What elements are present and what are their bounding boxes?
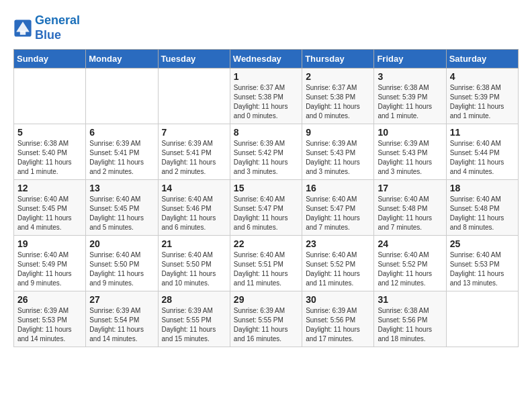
logo-line1: General (35, 13, 80, 27)
day-number: 13 (89, 183, 154, 193)
calendar-cell: 13Sunrise: 6:40 AM Sunset: 5:45 PM Dayli… (86, 180, 158, 236)
calendar-week-4: 19Sunrise: 6:40 AM Sunset: 5:49 PM Dayli… (14, 236, 519, 291)
day-info: Sunrise: 6:37 AM Sunset: 5:38 PM Dayligh… (306, 83, 370, 121)
day-number: 21 (162, 238, 226, 249)
day-number: 31 (378, 294, 442, 305)
day-number: 11 (450, 127, 515, 138)
calendar-cell: 29Sunrise: 6:39 AM Sunset: 5:55 PM Dayli… (230, 291, 302, 347)
day-info: Sunrise: 6:40 AM Sunset: 5:50 PM Dayligh… (162, 250, 226, 288)
day-number: 9 (306, 127, 370, 138)
calendar-cell: 11Sunrise: 6:40 AM Sunset: 5:44 PM Dayli… (446, 124, 518, 180)
day-number: 23 (306, 238, 370, 249)
weekday-header-friday: Friday (374, 50, 446, 68)
weekday-header-monday: Monday (86, 50, 158, 68)
calendar-table: SundayMondayTuesdayWednesdayThursdayFrid… (13, 49, 519, 347)
day-number: 1 (234, 71, 298, 82)
day-number: 4 (450, 71, 515, 82)
calendar-cell: 31Sunrise: 6:38 AM Sunset: 5:56 PM Dayli… (374, 291, 446, 347)
logo: General Blue (13, 13, 80, 42)
day-info: Sunrise: 6:39 AM Sunset: 5:54 PM Dayligh… (89, 306, 154, 344)
calendar-cell: 25Sunrise: 6:40 AM Sunset: 5:53 PM Dayli… (446, 236, 518, 291)
calendar-cell: 3Sunrise: 6:38 AM Sunset: 5:39 PM Daylig… (374, 68, 446, 124)
day-info: Sunrise: 6:40 AM Sunset: 5:50 PM Dayligh… (89, 250, 154, 288)
page-header: General Blue (13, 13, 519, 42)
day-info: Sunrise: 6:39 AM Sunset: 5:42 PM Dayligh… (234, 139, 298, 177)
calendar-cell (158, 68, 230, 124)
day-info: Sunrise: 6:40 AM Sunset: 5:45 PM Dayligh… (89, 195, 154, 232)
day-number: 3 (378, 71, 442, 82)
day-number: 16 (306, 183, 370, 193)
day-number: 28 (162, 294, 226, 305)
calendar-cell: 4Sunrise: 6:38 AM Sunset: 5:39 PM Daylig… (446, 68, 518, 124)
day-number: 19 (17, 238, 82, 249)
day-number: 27 (89, 294, 154, 305)
day-number: 17 (378, 183, 442, 193)
weekday-row: SundayMondayTuesdayWednesdayThursdayFrid… (14, 50, 519, 68)
calendar-cell: 27Sunrise: 6:39 AM Sunset: 5:54 PM Dayli… (86, 291, 158, 347)
calendar-cell: 8Sunrise: 6:39 AM Sunset: 5:42 PM Daylig… (230, 124, 302, 180)
day-number: 5 (17, 127, 82, 138)
calendar-cell: 24Sunrise: 6:40 AM Sunset: 5:52 PM Dayli… (374, 236, 446, 291)
weekday-header-wednesday: Wednesday (230, 50, 302, 68)
calendar-cell (14, 68, 86, 124)
day-info: Sunrise: 6:40 AM Sunset: 5:52 PM Dayligh… (306, 250, 370, 288)
day-info: Sunrise: 6:39 AM Sunset: 5:41 PM Dayligh… (89, 139, 154, 177)
calendar-body: 1Sunrise: 6:37 AM Sunset: 5:38 PM Daylig… (14, 68, 519, 347)
calendar-cell: 23Sunrise: 6:40 AM Sunset: 5:52 PM Dayli… (302, 236, 374, 291)
day-info: Sunrise: 6:40 AM Sunset: 5:48 PM Dayligh… (450, 195, 515, 232)
day-info: Sunrise: 6:38 AM Sunset: 5:39 PM Dayligh… (378, 83, 442, 121)
calendar-cell: 21Sunrise: 6:40 AM Sunset: 5:50 PM Dayli… (158, 236, 230, 291)
day-info: Sunrise: 6:40 AM Sunset: 5:48 PM Dayligh… (378, 195, 442, 232)
calendar-week-1: 1Sunrise: 6:37 AM Sunset: 5:38 PM Daylig… (14, 68, 519, 124)
day-number: 30 (306, 294, 370, 305)
logo-line2: Blue (35, 28, 61, 42)
day-number: 14 (162, 183, 226, 193)
day-number: 12 (17, 183, 82, 193)
weekday-header-saturday: Saturday (446, 50, 518, 68)
calendar-week-3: 12Sunrise: 6:40 AM Sunset: 5:45 PM Dayli… (14, 180, 519, 236)
day-info: Sunrise: 6:37 AM Sunset: 5:38 PM Dayligh… (234, 83, 298, 121)
day-info: Sunrise: 6:38 AM Sunset: 5:39 PM Dayligh… (450, 83, 515, 121)
day-info: Sunrise: 6:40 AM Sunset: 5:44 PM Dayligh… (450, 139, 515, 177)
svg-rect-2 (20, 31, 26, 35)
calendar-cell: 20Sunrise: 6:40 AM Sunset: 5:50 PM Dayli… (86, 236, 158, 291)
day-info: Sunrise: 6:40 AM Sunset: 5:52 PM Dayligh… (378, 250, 442, 288)
logo-icon (13, 19, 32, 38)
calendar-cell (446, 291, 518, 347)
day-info: Sunrise: 6:40 AM Sunset: 5:49 PM Dayligh… (17, 250, 82, 288)
calendar-week-2: 5Sunrise: 6:38 AM Sunset: 5:40 PM Daylig… (14, 124, 519, 180)
day-info: Sunrise: 6:39 AM Sunset: 5:55 PM Dayligh… (162, 306, 226, 344)
calendar-cell: 28Sunrise: 6:39 AM Sunset: 5:55 PM Dayli… (158, 291, 230, 347)
day-number: 24 (378, 238, 442, 249)
weekday-header-tuesday: Tuesday (158, 50, 230, 68)
calendar-cell: 6Sunrise: 6:39 AM Sunset: 5:41 PM Daylig… (86, 124, 158, 180)
day-info: Sunrise: 6:40 AM Sunset: 5:47 PM Dayligh… (306, 195, 370, 232)
day-info: Sunrise: 6:39 AM Sunset: 5:53 PM Dayligh… (17, 306, 82, 344)
day-number: 15 (234, 183, 298, 193)
calendar-cell: 12Sunrise: 6:40 AM Sunset: 5:45 PM Dayli… (14, 180, 86, 236)
calendar-cell: 2Sunrise: 6:37 AM Sunset: 5:38 PM Daylig… (302, 68, 374, 124)
day-number: 20 (89, 238, 154, 249)
day-info: Sunrise: 6:40 AM Sunset: 5:47 PM Dayligh… (234, 195, 298, 232)
day-info: Sunrise: 6:38 AM Sunset: 5:40 PM Dayligh… (17, 139, 82, 177)
day-number: 2 (306, 71, 370, 82)
calendar-cell: 22Sunrise: 6:40 AM Sunset: 5:51 PM Dayli… (230, 236, 302, 291)
calendar-cell (86, 68, 158, 124)
day-number: 29 (234, 294, 298, 305)
day-info: Sunrise: 6:38 AM Sunset: 5:56 PM Dayligh… (378, 306, 442, 344)
calendar-cell: 1Sunrise: 6:37 AM Sunset: 5:38 PM Daylig… (230, 68, 302, 124)
day-info: Sunrise: 6:39 AM Sunset: 5:43 PM Dayligh… (306, 139, 370, 177)
day-number: 8 (234, 127, 298, 138)
calendar-cell: 15Sunrise: 6:40 AM Sunset: 5:47 PM Dayli… (230, 180, 302, 236)
day-info: Sunrise: 6:39 AM Sunset: 5:41 PM Dayligh… (162, 139, 226, 177)
weekday-header-thursday: Thursday (302, 50, 374, 68)
day-info: Sunrise: 6:39 AM Sunset: 5:43 PM Dayligh… (378, 139, 442, 177)
calendar-cell: 9Sunrise: 6:39 AM Sunset: 5:43 PM Daylig… (302, 124, 374, 180)
calendar-cell: 5Sunrise: 6:38 AM Sunset: 5:40 PM Daylig… (14, 124, 86, 180)
day-info: Sunrise: 6:39 AM Sunset: 5:56 PM Dayligh… (306, 306, 370, 344)
day-info: Sunrise: 6:40 AM Sunset: 5:46 PM Dayligh… (162, 195, 226, 232)
calendar-header: SundayMondayTuesdayWednesdayThursdayFrid… (14, 50, 519, 68)
calendar-cell: 17Sunrise: 6:40 AM Sunset: 5:48 PM Dayli… (374, 180, 446, 236)
day-info: Sunrise: 6:39 AM Sunset: 5:55 PM Dayligh… (234, 306, 298, 344)
calendar-cell: 14Sunrise: 6:40 AM Sunset: 5:46 PM Dayli… (158, 180, 230, 236)
